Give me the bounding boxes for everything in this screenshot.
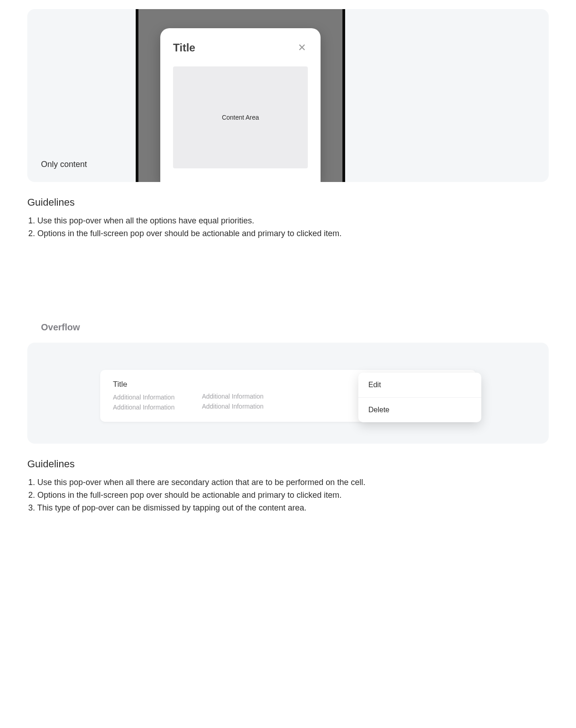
- cell-subtext: Additional Information: [113, 404, 174, 411]
- overflow-popover-menu: Edit Delete: [358, 373, 481, 422]
- guidelines-list: 1. Use this pop-over when all the option…: [27, 215, 549, 240]
- guidelines-item: 2. Options in the full-screen pop over s…: [28, 228, 549, 240]
- cell-column-1: Title Additional Information Additional …: [113, 380, 174, 411]
- guidelines-item: 3. This type of pop-over can be dismisse…: [28, 502, 549, 515]
- close-icon[interactable]: ✕: [296, 41, 308, 55]
- device-mock-strip: Title ✕ Content Area: [136, 9, 345, 182]
- guidelines-block-1: Guidelines 1. Use this pop-over when all…: [27, 197, 549, 240]
- guidelines-heading: Guidelines: [27, 458, 549, 470]
- menu-item-edit[interactable]: Edit: [358, 373, 481, 398]
- guidelines-heading: Guidelines: [27, 197, 549, 208]
- guidelines-list: 1. Use this pop-over when all there are …: [27, 476, 549, 515]
- guidelines-block-2: Guidelines 1. Use this pop-over when all…: [27, 458, 549, 515]
- cell-subtext: Additional Information: [202, 393, 263, 400]
- list-cell: Title Additional Information Additional …: [100, 370, 476, 422]
- only-content-example-frame: Only content Title ✕ Content Area: [27, 9, 549, 182]
- guidelines-item: 1. Use this pop-over when all there are …: [28, 476, 549, 489]
- overflow-example-frame: Title Additional Information Additional …: [27, 343, 549, 444]
- cell-subtext: Additional Information: [202, 403, 263, 410]
- popover-card: Title ✕ Content Area: [160, 28, 321, 182]
- cell-title: Title: [113, 380, 174, 389]
- only-content-caption: Only content: [41, 160, 87, 169]
- cell-column-2: Additional Information Additional Inform…: [202, 380, 263, 411]
- cell-subtext: Additional Information: [113, 394, 174, 401]
- content-area-placeholder: Content Area: [173, 66, 308, 168]
- guidelines-item: 1. Use this pop-over when all the option…: [28, 215, 549, 228]
- guidelines-item: 2. Options in the full-screen pop over s…: [28, 489, 549, 502]
- popover-title: Title: [173, 41, 195, 54]
- popover-header: Title ✕: [173, 41, 308, 55]
- overflow-section-label: Overflow: [41, 322, 576, 333]
- menu-item-delete[interactable]: Delete: [358, 398, 481, 422]
